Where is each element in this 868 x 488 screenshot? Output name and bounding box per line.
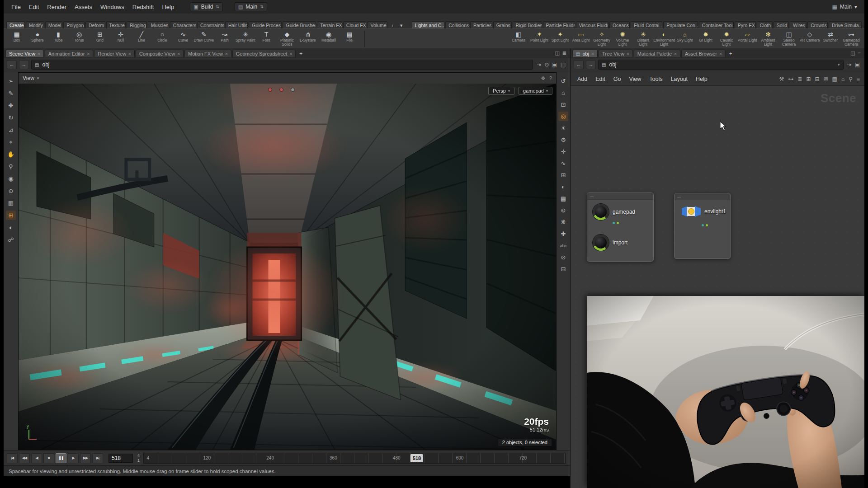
close-icon[interactable]: × (38, 52, 40, 56)
display-option-icon[interactable]: ⊚ (558, 206, 568, 215)
grip-icon[interactable]: ✥ (541, 75, 545, 81)
shelf-tab[interactable]: Volume (367, 21, 387, 28)
shelf-tab[interactable]: Hair Utils (225, 21, 248, 28)
shelf-tab[interactable]: Rigging (127, 21, 147, 28)
netbox-header[interactable]: — (587, 193, 653, 200)
shelf-tab[interactable]: Lights and C... (412, 21, 445, 28)
shelf-tab[interactable]: Rigid Bodies (513, 21, 542, 28)
shelf-tab[interactable]: Populate Con... (663, 21, 698, 28)
shelf-tool[interactable]: ◎ Torus (69, 30, 90, 48)
display-option-icon[interactable]: ⚙ (558, 135, 568, 145)
tool-icon[interactable]: ⊙ (6, 186, 16, 196)
menu-item[interactable]: Edit (25, 2, 43, 12)
playback-button[interactable]: ▶ (68, 453, 79, 463)
pane-tab[interactable]: ▤ obj × (572, 50, 598, 57)
display-option-icon[interactable]: ⊘ (558, 253, 568, 262)
shelf-tool[interactable]: ✦ Spot Light (550, 30, 571, 48)
tool-icon[interactable]: ☍ (6, 235, 16, 244)
back-button[interactable]: ← (7, 60, 17, 69)
menu-item[interactable]: Render (43, 2, 71, 12)
tool-icon[interactable]: ◉ (6, 174, 16, 183)
shelf-tab[interactable]: Cloth (757, 21, 773, 28)
tool-icon[interactable]: ▦ (6, 198, 16, 208)
viewport-canvas[interactable]: Persp ▾ gamepad ▾ 20fps 51.12ms 2 object… (19, 84, 556, 450)
tool-icon[interactable]: ✥ (6, 101, 16, 110)
pane-tab[interactable]: Geometry Spreadsheet × (232, 50, 296, 57)
tool-icon[interactable]: ✋ (6, 150, 16, 159)
new-tab-button[interactable]: + (297, 51, 305, 57)
tool-icon[interactable]: ⚲ (6, 162, 16, 171)
pathbar-icon[interactable]: ▣ (855, 61, 860, 68)
shelf-tool[interactable]: ● Sphere (27, 30, 48, 48)
shelf-add-button[interactable]: + (388, 23, 396, 28)
tool-icon[interactable]: ➢ (6, 76, 16, 86)
shelf-tool[interactable]: ◐ Environment Light (654, 30, 675, 48)
pathbar-icon[interactable]: ⊙ (544, 61, 549, 68)
shelf-tool[interactable]: T Font (256, 30, 277, 48)
pathbar-icon[interactable]: ▣ (552, 61, 557, 68)
shelf-tab[interactable]: Model (45, 21, 63, 28)
shelf-tab[interactable]: Muscles (148, 21, 169, 28)
shelf-tab[interactable]: Particles (470, 21, 492, 28)
display-option-icon[interactable]: ▤ (558, 194, 568, 203)
close-icon[interactable]: × (674, 52, 677, 56)
pane-control-icon[interactable]: ≡ (858, 50, 861, 56)
shelf-tab[interactable]: Fluid Contai... (631, 21, 662, 28)
network-toolbar-icon[interactable]: ≣ (797, 76, 802, 82)
playback-button[interactable]: ▶| (92, 453, 103, 463)
display-option-icon[interactable]: ⌂ (558, 88, 568, 98)
current-frame-field[interactable] (108, 454, 133, 463)
display-option-icon[interactable]: ⊡ (558, 100, 568, 109)
close-icon[interactable]: × (128, 52, 131, 56)
tool-icon[interactable]: ⊿ (6, 125, 16, 135)
shelf-tab[interactable]: Constraints (197, 21, 224, 28)
pane-tab[interactable]: Motion FX View × (184, 50, 231, 57)
desktop-switcher[interactable]: ▦ Main ▾ (829, 3, 861, 11)
shelf-tool[interactable]: ▭ Area Light (571, 30, 591, 48)
tool-icon[interactable]: ◐ (6, 223, 16, 232)
shelf-menu-icon[interactable]: ▾ (397, 23, 406, 28)
close-icon[interactable]: × (591, 52, 594, 56)
menu-item[interactable]: Redshift (128, 2, 158, 12)
network-path-field[interactable]: ▤ obj ▾ (598, 60, 844, 70)
shelf-tab[interactable]: Characters (170, 21, 196, 28)
projection-selector[interactable]: Persp ▾ (488, 87, 514, 95)
network-menu-item[interactable]: Layout (667, 74, 692, 84)
network-toolbar-icon[interactable]: ⌂ (841, 76, 844, 82)
node-flags[interactable] (613, 222, 619, 224)
pathbar-icon[interactable]: ◫ (561, 61, 566, 68)
shelf-tool[interactable]: ◉ Metaball (318, 30, 339, 48)
shelf-tab[interactable]: Terrain FX (317, 21, 342, 28)
close-icon[interactable]: × (225, 52, 228, 56)
pane-tab[interactable]: Composite View × (136, 50, 184, 57)
close-icon[interactable]: × (289, 52, 292, 56)
tool-icon[interactable]: ↻ (6, 113, 16, 122)
scene-selector[interactable]: ▤ Main ⇅ (235, 2, 267, 11)
shelf-tool[interactable]: ◇ VR Camera (799, 30, 820, 48)
shelf-tool[interactable]: ⇄ Switcher (820, 30, 841, 48)
node-gamepad[interactable]: gamepad (593, 204, 635, 220)
network-toolbar-icon[interactable]: ⊟ (815, 76, 819, 82)
playback-button[interactable]: ▶▶ (80, 453, 91, 463)
shelf-tool[interactable]: ✛ Null (110, 30, 131, 48)
display-option-icon[interactable]: ❋ (558, 217, 568, 227)
pane-tab[interactable]: Tree View × (599, 50, 633, 57)
path-field[interactable]: ▤ obj (31, 60, 533, 70)
display-flag-icon[interactable] (291, 88, 295, 92)
shelf-tab[interactable]: Particle Fluids (543, 21, 575, 28)
desktop-selector[interactable]: ▣ Build ⇅ (190, 2, 223, 11)
tool-icon[interactable]: ✎ (6, 89, 16, 98)
shelf-tool[interactable]: ✎ Draw Curve (193, 30, 214, 48)
help-icon[interactable]: ? (549, 75, 552, 81)
shelf-tool[interactable]: ✹ Caustic Light (716, 30, 737, 48)
shelf-tool[interactable]: ╱ Line (131, 30, 152, 48)
network-toolbar-icon[interactable]: ⚲ (849, 76, 853, 82)
shelf-tool[interactable]: ✳ Spray Paint (235, 30, 256, 48)
menu-item[interactable]: Assets (71, 2, 96, 12)
tool-icon[interactable]: ⌖ (6, 137, 16, 147)
display-option-icon[interactable]: abc (558, 241, 568, 250)
shelf-tab[interactable]: Drive Simula... (829, 21, 862, 28)
network-toolbar-icon[interactable]: ⊞ (806, 76, 811, 82)
shelf-tab[interactable]: Crowds (807, 21, 828, 28)
shelf-tool[interactable]: ◆ Platonic Solids (277, 30, 297, 48)
